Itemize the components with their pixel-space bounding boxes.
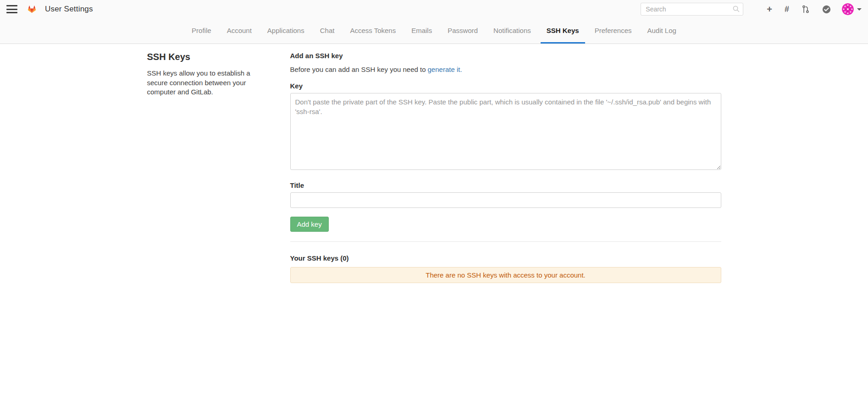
title-field-label: Title bbox=[290, 181, 721, 189]
search-input[interactable] bbox=[641, 3, 743, 16]
page-header-title: User Settings bbox=[45, 5, 93, 14]
key-title-input[interactable] bbox=[290, 192, 721, 208]
add-key-button[interactable]: Add key bbox=[290, 217, 329, 232]
tab-access-tokens[interactable]: Access Tokens bbox=[344, 18, 402, 44]
section-info-column: SSH Keys SSH keys allow you to establish… bbox=[147, 52, 290, 283]
main-content: SSH Keys SSH keys allow you to establish… bbox=[147, 44, 721, 283]
generate-it-link[interactable]: generate it. bbox=[428, 65, 462, 73]
tab-applications[interactable]: Applications bbox=[261, 18, 310, 44]
user-menu[interactable] bbox=[842, 3, 862, 15]
empty-keys-warning: There are no SSH keys with access to you… bbox=[290, 267, 721, 283]
tab-audit-log[interactable]: Audit Log bbox=[641, 18, 682, 44]
ssh-key-textarea[interactable] bbox=[290, 93, 721, 170]
new-item-plus-icon[interactable]: + bbox=[767, 5, 772, 14]
search-icon bbox=[733, 5, 740, 14]
user-avatar[interactable] bbox=[842, 3, 854, 15]
todos-check-icon[interactable] bbox=[822, 5, 831, 14]
your-ssh-keys-heading: Your SSH keys (0) bbox=[290, 254, 721, 262]
section-divider bbox=[290, 241, 721, 242]
hamburger-menu-icon[interactable] bbox=[6, 5, 17, 13]
issues-hash-icon[interactable]: # bbox=[785, 5, 789, 13]
tab-profile[interactable]: Profile bbox=[186, 18, 217, 44]
generate-key-hint: Before you can add an SSH key you need t… bbox=[290, 65, 721, 73]
settings-tabs: Profile Account Applications Chat Access… bbox=[0, 18, 868, 44]
tab-emails[interactable]: Emails bbox=[405, 18, 438, 44]
tab-ssh-keys[interactable]: SSH Keys bbox=[541, 18, 585, 44]
header-bar: User Settings + # bbox=[0, 0, 868, 18]
gitlab-logo-icon[interactable] bbox=[25, 2, 39, 16]
tab-chat[interactable]: Chat bbox=[314, 18, 341, 44]
top-chrome: User Settings + # bbox=[0, 0, 868, 44]
page-description: SSH keys allow you to establish a secure… bbox=[147, 69, 266, 97]
tab-preferences[interactable]: Preferences bbox=[589, 18, 638, 44]
tab-notifications[interactable]: Notifications bbox=[487, 18, 537, 44]
form-column: Add an SSH key Before you can add an SSH… bbox=[290, 52, 721, 283]
tab-account[interactable]: Account bbox=[221, 18, 258, 44]
generate-key-hint-text: Before you can add an SSH key you need t… bbox=[290, 65, 426, 73]
merge-requests-icon[interactable] bbox=[802, 5, 810, 13]
tab-password[interactable]: Password bbox=[442, 18, 484, 44]
chevron-down-icon bbox=[857, 8, 862, 11]
add-ssh-key-heading: Add an SSH key bbox=[290, 52, 721, 60]
key-field-label: Key bbox=[290, 82, 721, 90]
page-title: SSH Keys bbox=[147, 52, 267, 62]
